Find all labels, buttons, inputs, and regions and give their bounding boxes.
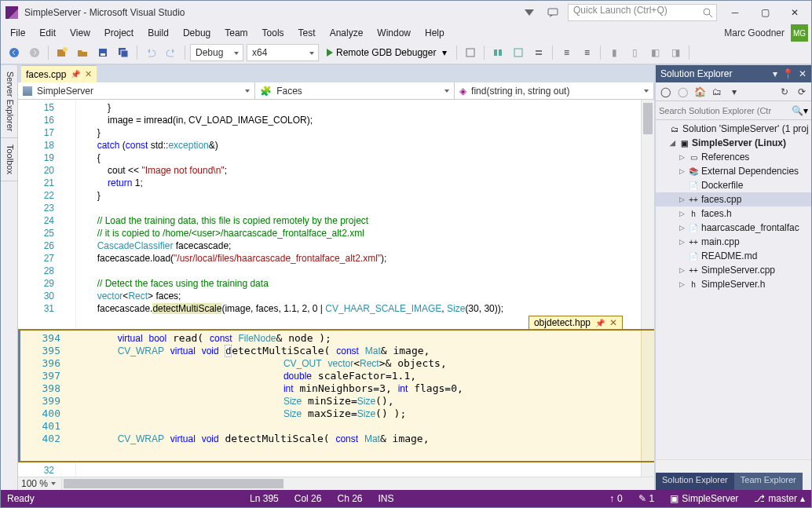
- tree-node[interactable]: 📄README.md: [656, 249, 811, 263]
- menu-file[interactable]: File: [4, 26, 31, 40]
- menu-project[interactable]: Project: [98, 26, 140, 40]
- tree-node[interactable]: ▷++faces.cpp: [656, 192, 811, 206]
- back-icon[interactable]: ◯: [659, 86, 671, 98]
- bookmark-button[interactable]: ◧: [646, 44, 664, 61]
- status-branch[interactable]: ⎇ master ▴: [754, 493, 805, 504]
- zoom-combo[interactable]: 100 %: [18, 477, 62, 490]
- platform-combo[interactable]: x64: [247, 44, 319, 61]
- dropdown-icon[interactable]: ▾: [773, 68, 777, 79]
- indent-left-button[interactable]: ≡: [558, 44, 575, 61]
- outline-margin[interactable]: [62, 100, 76, 329]
- rail-server-explorer[interactable]: Server Explorer: [1, 65, 17, 138]
- nav-back-button[interactable]: [5, 44, 23, 61]
- tree-node[interactable]: ▷📚External Dependencies: [656, 164, 811, 178]
- nav-fwd-button[interactable]: [26, 44, 43, 61]
- se-hscroll[interactable]: [656, 459, 811, 473]
- bottom-tab[interactable]: Solution Explorer: [656, 473, 734, 490]
- config-combo[interactable]: Debug: [190, 44, 243, 61]
- menu-help[interactable]: Help: [419, 26, 451, 40]
- peek-code-text[interactable]: virtual bool read( const FileNode& node …: [68, 331, 641, 461]
- indent-right-button[interactable]: ≡: [578, 44, 595, 61]
- status-ch[interactable]: Ch 26: [337, 493, 362, 504]
- status-ins[interactable]: INS: [379, 493, 394, 504]
- comment-button[interactable]: ▮: [605, 44, 623, 61]
- status-col[interactable]: Col 26: [294, 493, 322, 504]
- collapse-icon[interactable]: ↻: [778, 86, 791, 98]
- se-search-input[interactable]: [659, 106, 792, 115]
- close-tab-icon[interactable]: ✕: [85, 69, 92, 79]
- close-peek-icon[interactable]: ✕: [609, 317, 617, 328]
- menu-test[interactable]: Test: [292, 26, 322, 40]
- pin-icon[interactable]: 📍: [782, 68, 794, 79]
- bottom-tab[interactable]: Team Explorer: [734, 473, 803, 490]
- window-title: SimpleServer - Microsoft Visual Studio: [24, 7, 185, 18]
- menu-window[interactable]: Window: [371, 26, 417, 40]
- menu-debug[interactable]: Debug: [177, 26, 217, 40]
- code-editor-main[interactable]: 1516171819202122232425262728293031 } ima…: [18, 100, 654, 329]
- tree-node[interactable]: ▷▭References: [656, 150, 811, 164]
- step-button-3[interactable]: [530, 44, 547, 61]
- nav-class[interactable]: 🧩Faces: [255, 82, 455, 100]
- menu-tools[interactable]: Tools: [256, 26, 291, 40]
- tree-node[interactable]: ◢▣SimpleServer (Linux): [656, 136, 811, 150]
- code-editor-tail[interactable]: 32: [18, 462, 654, 477]
- svg-rect-12: [494, 49, 497, 56]
- doc-tab-faces[interactable]: faces.cpp 📌 ✕: [21, 65, 97, 82]
- save-button[interactable]: [94, 44, 112, 61]
- pane-header[interactable]: Solution Explorer ▾ 📍 ✕: [656, 65, 811, 82]
- status-ln[interactable]: Ln 395: [250, 493, 279, 504]
- feedback-icon[interactable]: [547, 6, 559, 19]
- tree-node[interactable]: ▷++SimpleServer.cpp: [656, 263, 811, 277]
- show-all-icon[interactable]: ⟳: [796, 86, 808, 98]
- open-file-button[interactable]: [74, 44, 91, 61]
- maximize-button[interactable]: ▢: [753, 4, 777, 21]
- close-pane-icon[interactable]: ✕: [799, 68, 807, 79]
- editor-hscroll[interactable]: 100 %: [18, 477, 654, 490]
- se-search[interactable]: 🔍 ▾: [656, 101, 811, 120]
- tree-node[interactable]: ▷hfaces.h: [656, 206, 811, 221]
- tree-node[interactable]: 📄Dockerfile: [656, 178, 811, 192]
- menu-analyze[interactable]: Analyze: [324, 26, 370, 40]
- vscrollbar[interactable]: [641, 100, 654, 329]
- status-pending[interactable]: ✎ 1: [638, 493, 655, 504]
- menu-team[interactable]: Team: [218, 26, 254, 40]
- peek-tab[interactable]: objdetect.hpp 📌 ✕: [529, 316, 623, 329]
- solution-tree[interactable]: 🗂Solution 'SimpleServer' (1 proj◢▣Simple…: [656, 120, 811, 459]
- menu-build[interactable]: Build: [141, 26, 175, 40]
- notifications-icon[interactable]: [523, 6, 536, 19]
- new-project-button[interactable]: [53, 44, 71, 61]
- signed-in-user[interactable]: Marc Goodner: [724, 27, 789, 38]
- nav-scope[interactable]: SimpleServer: [18, 82, 255, 100]
- status-project[interactable]: ▣ SimpleServer: [670, 493, 738, 504]
- step-button-2[interactable]: [510, 44, 527, 61]
- step-button-1[interactable]: [489, 44, 507, 61]
- tree-node[interactable]: ▷++main.cpp: [656, 235, 811, 249]
- save-all-button[interactable]: [115, 44, 132, 61]
- status-publish-up[interactable]: ↑ 0: [609, 493, 623, 504]
- start-debug-button[interactable]: Remote GDB Debugger▾: [322, 44, 452, 61]
- tree-node[interactable]: 🗂Solution 'SimpleServer' (1 proj: [656, 122, 811, 136]
- peek-vscrollbar[interactable]: [641, 331, 654, 461]
- menu-edit[interactable]: Edit: [33, 26, 62, 40]
- tree-node[interactable]: ▷📄haarcascade_frontalfac: [656, 221, 811, 235]
- minimize-button[interactable]: ─: [723, 4, 747, 21]
- bookmark2-button[interactable]: ◨: [667, 44, 684, 61]
- tree-node[interactable]: ▷hSimpleServer.h: [656, 277, 811, 291]
- undo-button[interactable]: [142, 44, 159, 61]
- sync-icon[interactable]: 🗂: [711, 86, 723, 98]
- close-button[interactable]: ✕: [783, 4, 807, 21]
- user-avatar[interactable]: MG: [791, 24, 808, 42]
- menu-view[interactable]: View: [64, 26, 97, 40]
- redo-button[interactable]: [163, 44, 180, 61]
- nav-member[interactable]: ◈find(string in, string out): [455, 82, 654, 100]
- pin-icon[interactable]: 📌: [595, 319, 605, 327]
- browse-button[interactable]: [462, 44, 479, 61]
- uncomment-button[interactable]: ▯: [626, 44, 643, 61]
- code-text[interactable]: } image = imread(in, CV_LOAD_IMAGE_COLOR…: [76, 100, 641, 329]
- fwd-icon[interactable]: ◯: [676, 86, 689, 98]
- quick-launch[interactable]: Quick Launch (Ctrl+Q): [568, 4, 717, 21]
- home-icon[interactable]: 🏠: [693, 86, 706, 98]
- pin-icon[interactable]: 📌: [71, 70, 80, 79]
- rail-toolbox[interactable]: Toolbox: [1, 138, 17, 181]
- refresh-icon[interactable]: ▾: [728, 86, 741, 98]
